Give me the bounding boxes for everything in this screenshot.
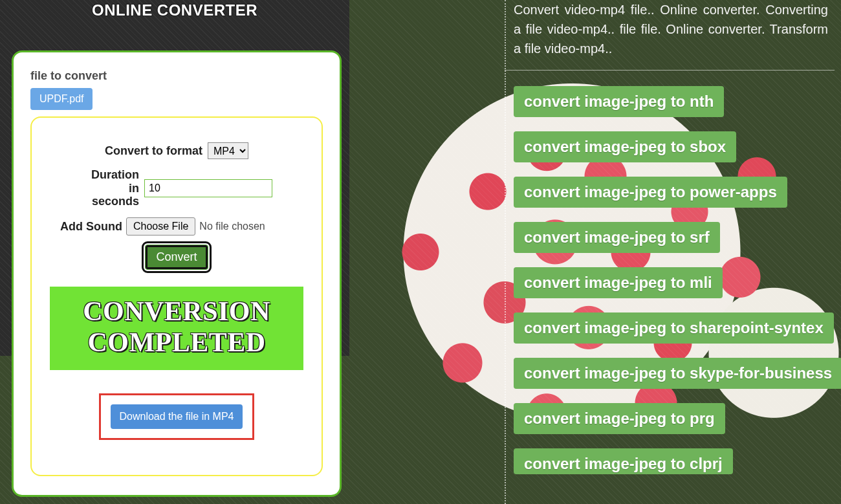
- duration-row: Duration in seconds: [50, 168, 303, 208]
- duration-input[interactable]: [144, 179, 272, 197]
- related-link[interactable]: convert image-jpeg to prg: [514, 403, 725, 434]
- convert-wrap: Convert: [50, 245, 303, 270]
- page-title: ONLINE CONVERTER: [0, 1, 349, 19]
- converter-card: Convert to format MP4 Duration in second…: [39, 131, 314, 459]
- related-link[interactable]: convert image-jpeg to srf: [514, 222, 720, 253]
- download-button[interactable]: Download the file in MP4: [111, 404, 243, 429]
- format-row: Convert to format MP4: [50, 142, 303, 159]
- conversion-completed-banner: CONVERSION COMPLETED: [50, 287, 303, 370]
- related-link[interactable]: convert image-jpeg to skype-for-business: [514, 358, 841, 389]
- file-to-convert-label: file to convert: [30, 69, 323, 83]
- related-link[interactable]: convert image-jpeg to clprj: [514, 448, 733, 474]
- add-sound-label: Add Sound: [60, 220, 122, 234]
- description-text: Convert video-mp4 file.. Online converte…: [505, 0, 835, 71]
- no-file-chosen-text: No file chosen: [199, 221, 265, 232]
- format-select[interactable]: MP4: [208, 142, 248, 159]
- related-link[interactable]: convert image-jpeg to mli: [514, 267, 723, 298]
- related-link[interactable]: convert image-jpeg to sbox: [514, 131, 736, 162]
- choose-file-button[interactable]: Choose File: [126, 217, 195, 236]
- uploaded-file-chip[interactable]: UPDF.pdf: [30, 88, 93, 110]
- convert-button[interactable]: Convert: [145, 245, 208, 270]
- related-links-list: convert image-jpeg to nth convert image-…: [505, 71, 835, 474]
- converter-inner: Convert to format MP4 Duration in second…: [30, 116, 323, 476]
- converter-panel: file to convert UPDF.pdf Convert to form…: [12, 50, 342, 497]
- add-sound-row: Add Sound Choose File No file chosen: [50, 217, 303, 236]
- related-link[interactable]: convert image-jpeg to nth: [514, 86, 724, 117]
- right-column: Convert video-mp4 file.. Online converte…: [505, 0, 835, 474]
- related-link[interactable]: convert image-jpeg to sharepoint-syntex: [514, 312, 834, 344]
- related-link[interactable]: convert image-jpeg to power-apps: [514, 177, 787, 208]
- convert-to-format-label: Convert to format: [105, 144, 202, 158]
- download-highlight-frame: Download the file in MP4: [99, 393, 254, 440]
- duration-label: Duration in seconds: [81, 168, 139, 208]
